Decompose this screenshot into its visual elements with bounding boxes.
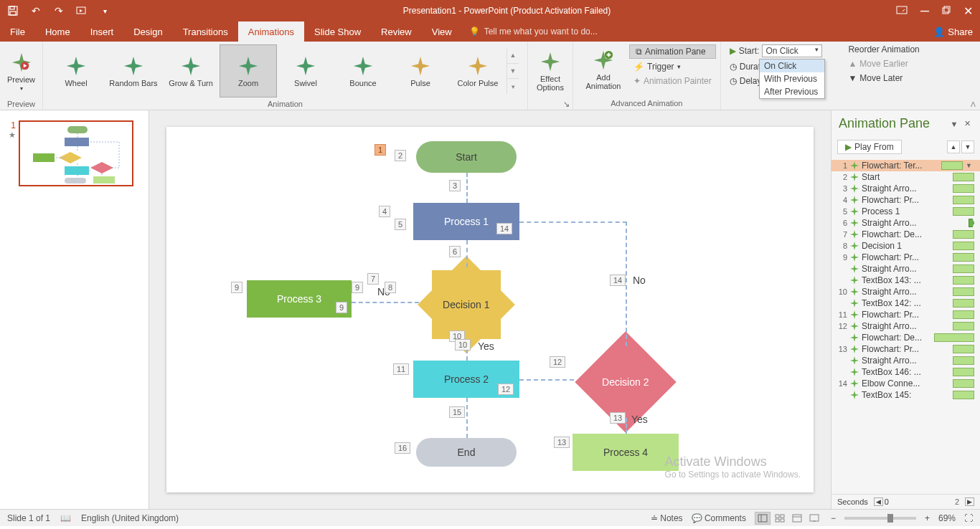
- anim-tag-4[interactable]: 4: [379, 206, 390, 217]
- anim-list-item-4[interactable]: 5 Process 1: [831, 206, 980, 217]
- anim-tag-15[interactable]: 15: [449, 406, 465, 418]
- move-later-button[interactable]: ▼Move Later: [844, 72, 907, 85]
- restore-icon[interactable]: [942, 6, 951, 16]
- start-option-withprev[interactable]: With Previous: [760, 72, 824, 85]
- menu-home[interactable]: Home: [35, 22, 80, 42]
- zoom-level[interactable]: 69%: [938, 513, 956, 523]
- shape-end[interactable]: End: [416, 438, 517, 467]
- menu-slideshow[interactable]: Slide Show: [304, 22, 371, 42]
- animation-effect-swivel[interactable]: Swivel: [277, 44, 334, 97]
- pane-close-icon[interactable]: ✕: [961, 118, 973, 130]
- animation-effect-grow-turn[interactable]: Grow & Turn: [162, 44, 220, 97]
- animation-effect-color-pulse[interactable]: Color Pulse: [449, 44, 507, 97]
- arrow-p2-d2[interactable]: [519, 379, 574, 381]
- anim-list-item-8[interactable]: 9 Flowchart: Pr...: [831, 252, 980, 263]
- view-slideshow-icon[interactable]: [806, 512, 822, 525]
- slide-thumbnail-1[interactable]: [19, 120, 133, 186]
- anim-tag-10b[interactable]: 10: [455, 339, 471, 351]
- anim-tag-12b[interactable]: 12: [550, 356, 565, 368]
- view-sorter-icon[interactable]: [772, 512, 788, 525]
- anim-tag-2[interactable]: 2: [395, 150, 406, 161]
- preview-button[interactable]: Preview ▾: [4, 44, 38, 97]
- anim-tag-9a[interactable]: 9: [352, 282, 363, 293]
- add-animation-button[interactable]: Add Animation: [578, 43, 629, 96]
- anim-tag-5[interactable]: 5: [395, 219, 406, 230]
- anim-tag-3[interactable]: 3: [449, 180, 461, 191]
- qat-more-icon[interactable]: ▾: [99, 5, 110, 16]
- anim-list-item-0[interactable]: 1 Flowchart: Ter... ▼: [831, 160, 980, 171]
- arrow-elbow-h1[interactable]: [519, 221, 627, 223]
- anim-list-item-9[interactable]: Straight Arro...: [831, 263, 980, 275]
- animation-effect-bounce[interactable]: Bounce: [334, 44, 392, 97]
- anim-list-item-17[interactable]: Straight Arro...: [831, 355, 980, 366]
- anim-list-item-19[interactable]: 14 Elbow Conne...: [831, 378, 980, 389]
- gallery-more-icon[interactable]: ▾: [507, 79, 519, 94]
- spellcheck-icon[interactable]: 📖: [60, 513, 71, 523]
- animation-group-dialog[interactable]: ↘: [528, 97, 573, 110]
- zoom-slider[interactable]: [844, 517, 916, 520]
- anim-list-item-6[interactable]: 7 Flowchart: De...: [831, 229, 980, 240]
- trigger-button[interactable]: ⚡Trigger▾: [629, 60, 716, 73]
- menu-file[interactable]: File: [0, 22, 35, 42]
- comments-button[interactable]: 💬 Comments: [692, 513, 746, 523]
- menu-design[interactable]: Design: [123, 22, 172, 42]
- notes-button[interactable]: ≐ Notes: [651, 513, 683, 523]
- arrow-d1-p3[interactable]: [352, 302, 419, 303]
- arrow-elbow-v1[interactable]: [626, 221, 627, 346]
- anim-tag-1[interactable]: 1: [374, 144, 386, 156]
- anim-list-item-14[interactable]: 12 Straight Arro...: [831, 320, 980, 332]
- move-up-icon[interactable]: ▲: [947, 140, 960, 153]
- anim-tag-11[interactable]: 11: [393, 363, 409, 375]
- menu-view[interactable]: View: [422, 22, 462, 42]
- menu-review[interactable]: Review: [371, 22, 422, 42]
- anim-tag-16[interactable]: 16: [395, 442, 410, 454]
- status-lang[interactable]: English (United Kingdom): [81, 513, 179, 523]
- tell-me[interactable]: 💡 Tell me what you want to do...: [469, 27, 598, 37]
- view-normal-icon[interactable]: [755, 512, 771, 525]
- shape-process-4[interactable]: Process 4: [573, 434, 679, 471]
- arrow-d2-p4[interactable]: [626, 418, 627, 434]
- menu-insert[interactable]: Insert: [80, 22, 124, 42]
- save-icon[interactable]: [7, 5, 19, 16]
- undo-icon[interactable]: ↶: [30, 5, 42, 16]
- start-option-afterprev[interactable]: After Previous: [760, 85, 824, 98]
- start-option-onclick[interactable]: On Click: [760, 59, 824, 72]
- shape-start[interactable]: Start: [416, 141, 517, 173]
- collapse-ribbon-icon[interactable]: ᐱ: [971, 100, 976, 108]
- shape-decision-1[interactable]: Decision 1: [432, 270, 501, 339]
- anim-tag-8[interactable]: 8: [385, 282, 396, 293]
- arrow-start-p1[interactable]: [466, 173, 468, 203]
- animation-effect-zoom[interactable]: Zoom: [220, 44, 277, 97]
- start-dropdown[interactable]: On Click▾: [762, 44, 822, 57]
- zoom-right-icon[interactable]: ▶: [965, 497, 974, 506]
- effect-options-button[interactable]: Effect Options: [532, 44, 568, 97]
- animation-pane-toggle[interactable]: ⧉ Animation Pane: [629, 44, 716, 59]
- move-down-icon[interactable]: ▼: [961, 140, 974, 153]
- anim-tag-7[interactable]: 7: [367, 273, 379, 285]
- pane-dropdown-icon[interactable]: ▼: [948, 118, 960, 130]
- zoom-out-icon[interactable]: −: [831, 513, 836, 523]
- menu-animations[interactable]: Animations: [238, 22, 304, 42]
- close-icon[interactable]: ✕: [963, 4, 973, 18]
- anim-list-item-1[interactable]: 2 Start: [831, 171, 980, 183]
- anim-tag-13b[interactable]: 13: [554, 437, 570, 448]
- view-reading-icon[interactable]: [789, 512, 805, 525]
- redo-icon[interactable]: ↷: [53, 5, 65, 16]
- start-from-beginning-icon[interactable]: [76, 5, 88, 16]
- anim-tag-12a[interactable]: 12: [498, 383, 514, 395]
- anim-list-item-13[interactable]: 11 Flowchart: Pr...: [831, 309, 980, 320]
- anim-list-item-3[interactable]: 4 Flowchart: Pr...: [831, 194, 980, 206]
- anim-list-item-18[interactable]: TextBox 146: ...: [831, 366, 980, 378]
- ribbon-options-icon[interactable]: [896, 6, 908, 16]
- anim-tag-14b[interactable]: 14: [610, 275, 626, 286]
- anim-list-item-20[interactable]: TextBox 145:: [831, 389, 980, 401]
- anim-tag-9c[interactable]: 9: [336, 302, 347, 313]
- anim-list-item-15[interactable]: Flowchart: De...: [831, 332, 980, 343]
- anim-list-item-5[interactable]: 6 Straight Arro...: [831, 217, 980, 229]
- menu-transitions[interactable]: Transitions: [173, 22, 238, 42]
- anim-list-item-2[interactable]: 3 Straight Arro...: [831, 183, 980, 194]
- zoom-left-icon[interactable]: ◀: [874, 497, 883, 506]
- slide-editor[interactable]: Start Process 1 Decision 1 Process 3 Pro…: [149, 110, 831, 509]
- zoom-in-icon[interactable]: +: [925, 513, 930, 523]
- anim-list-item-11[interactable]: 10 Straight Arro...: [831, 286, 980, 297]
